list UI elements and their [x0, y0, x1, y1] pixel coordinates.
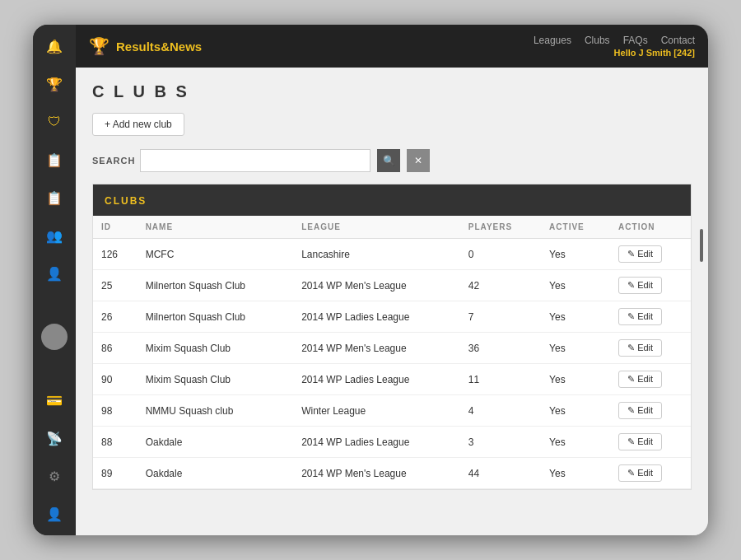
- edit-button[interactable]: ✎ Edit: [618, 277, 662, 294]
- cell-league: Lancashire: [293, 239, 460, 270]
- sidebar: 🔔 🏆 🛡 📋 📋 👥 👤 💳 📡 ⚙ 👤: [33, 25, 76, 535]
- cell-name: Mixim Squash Club: [137, 364, 294, 395]
- cell-action: ✎ Edit: [610, 395, 691, 427]
- edit-button[interactable]: ✎ Edit: [618, 402, 662, 419]
- nav-link-contact[interactable]: Contact: [661, 35, 695, 46]
- sidebar-icon-person[interactable]: 👤: [43, 262, 66, 285]
- table-section-title: CLUBS: [105, 195, 147, 207]
- sidebar-icon-user[interactable]: 👤: [43, 502, 66, 525]
- tablet-frame: 🔔 🏆 🛡 📋 📋 👥 👤 💳 📡 ⚙ 👤 🏆 Results&News: [33, 25, 708, 535]
- table-body: 126 MCFC Lancashire 0 Yes ✎ Edit 25 Miln…: [93, 239, 691, 489]
- cell-active: Yes: [541, 239, 610, 270]
- nav-link-leagues[interactable]: Leagues: [534, 35, 571, 46]
- edit-button[interactable]: ✎ Edit: [618, 464, 662, 482]
- table-header-bar: CLUBS: [93, 184, 691, 216]
- scroll-indicator: [700, 229, 703, 262]
- cell-league: 2014 WP Men's League: [293, 333, 460, 364]
- table-row: 88 Oakdale 2014 WP Ladies League 3 Yes ✎…: [93, 427, 691, 458]
- cell-league: Winter League: [293, 395, 460, 427]
- cell-action: ✎ Edit: [610, 458, 691, 489]
- cell-name: NMMU Squash club: [137, 395, 294, 427]
- cell-players: 3: [460, 427, 541, 458]
- cell-id: 89: [93, 458, 137, 489]
- col-header-name: NAME: [137, 216, 294, 239]
- sidebar-icon-trophy[interactable]: 🏆: [43, 72, 66, 96]
- cell-name: Oakdale: [137, 427, 294, 458]
- main-content: 🏆 Results&News Leagues Clubs FAQs Contac…: [76, 25, 708, 535]
- brand-amp: &: [161, 40, 170, 54]
- brand-name: Results: [116, 40, 161, 54]
- table-header-row: ID NAME LEAGUE PLAYERS ACTIVE ACTION: [93, 216, 691, 239]
- nav-user: Hello J Smith [242]: [614, 48, 695, 58]
- edit-button[interactable]: ✎ Edit: [618, 371, 662, 388]
- cell-name: Mixim Squash Club: [137, 333, 294, 364]
- page-title: C L U B S: [92, 82, 692, 101]
- cell-active: Yes: [541, 395, 610, 427]
- nav-link-clubs[interactable]: Clubs: [585, 35, 610, 46]
- table-row: 86 Mixim Squash Club 2014 WP Men's Leagu…: [93, 333, 691, 364]
- table-row: 90 Mixim Squash Club 2014 WP Ladies Leag…: [93, 364, 691, 395]
- edit-button[interactable]: ✎ Edit: [618, 308, 662, 325]
- edit-button[interactable]: ✎ Edit: [618, 433, 662, 450]
- brand-text: Results&News: [116, 40, 202, 54]
- cell-id: 25: [93, 270, 137, 301]
- cell-name: MCFC: [137, 239, 294, 270]
- page-body: C L U B S + Add new club SEARCH 🔍 ✕ CLUB…: [76, 68, 708, 535]
- clear-button[interactable]: ✕: [407, 149, 430, 172]
- cell-league: 2014 WP Men's League: [293, 458, 460, 489]
- sidebar-icon-gear[interactable]: ⚙: [43, 464, 66, 488]
- nav-links-row: Leagues Clubs FAQs Contact: [534, 35, 695, 46]
- cell-action: ✎ Edit: [610, 239, 691, 270]
- cell-players: 36: [460, 333, 541, 364]
- cell-active: Yes: [541, 427, 610, 458]
- cell-players: 11: [460, 364, 541, 395]
- table-row: 26 Milnerton Squash Club 2014 WP Ladies …: [93, 301, 691, 333]
- cell-active: Yes: [541, 458, 610, 489]
- add-new-club-button[interactable]: + Add new club: [92, 113, 184, 136]
- search-row: SEARCH 🔍 ✕: [92, 149, 692, 172]
- table-head: ID NAME LEAGUE PLAYERS ACTIVE ACTION: [93, 216, 691, 239]
- sidebar-icon-group[interactable]: 👥: [43, 224, 66, 247]
- sidebar-icon-card[interactable]: 💳: [43, 389, 66, 412]
- cell-id: 26: [93, 301, 137, 333]
- cell-id: 98: [93, 395, 137, 427]
- search-button[interactable]: 🔍: [377, 149, 400, 172]
- cell-action: ✎ Edit: [610, 364, 691, 395]
- sidebar-icon-clipboard2[interactable]: 📋: [43, 186, 66, 209]
- cell-players: 42: [460, 270, 541, 301]
- cell-name: Oakdale: [137, 458, 294, 489]
- nav-username: J Smith [242]: [639, 48, 695, 58]
- cell-id: 90: [93, 364, 137, 395]
- table-row: 98 NMMU Squash club Winter League 4 Yes …: [93, 395, 691, 427]
- cell-id: 126: [93, 239, 137, 270]
- brand-news: News: [170, 40, 202, 54]
- sidebar-icon-clipboard1[interactable]: 📋: [43, 148, 66, 171]
- sidebar-icon-rss[interactable]: 📡: [43, 427, 66, 450]
- search-icon: 🔍: [383, 155, 395, 166]
- clear-icon: ✕: [414, 155, 422, 166]
- top-nav: 🏆 Results&News Leagues Clubs FAQs Contac…: [76, 25, 708, 68]
- table-row: 25 Milnerton Squash Club 2014 WP Men's L…: [93, 270, 691, 301]
- cell-league: 2014 WP Men's League: [293, 270, 460, 301]
- sidebar-icon-shield[interactable]: 🛡: [43, 110, 66, 133]
- search-input[interactable]: [140, 149, 370, 172]
- add-btn-label: + Add new club: [105, 119, 172, 130]
- cell-name: Milnerton Squash Club: [137, 301, 294, 333]
- cell-id: 88: [93, 427, 137, 458]
- cell-action: ✎ Edit: [610, 301, 691, 333]
- nav-link-faqs[interactable]: FAQs: [623, 35, 648, 46]
- edit-button[interactable]: ✎ Edit: [618, 339, 662, 357]
- cell-active: Yes: [541, 333, 610, 364]
- search-label: SEARCH: [92, 156, 133, 166]
- table-row: 89 Oakdale 2014 WP Men's League 44 Yes ✎…: [93, 458, 691, 489]
- cell-league: 2014 WP Ladies League: [293, 301, 460, 333]
- brand-icon: 🏆: [89, 36, 110, 56]
- edit-button[interactable]: ✎ Edit: [618, 245, 662, 263]
- cell-players: 7: [460, 301, 541, 333]
- cell-active: Yes: [541, 270, 610, 301]
- brand: 🏆 Results&News: [89, 36, 202, 56]
- home-button[interactable]: [41, 324, 68, 350]
- nav-right: Leagues Clubs FAQs Contact Hello J Smith…: [534, 35, 695, 58]
- sidebar-icon-bell[interactable]: 🔔: [43, 35, 66, 58]
- cell-name: Milnerton Squash Club: [137, 270, 294, 301]
